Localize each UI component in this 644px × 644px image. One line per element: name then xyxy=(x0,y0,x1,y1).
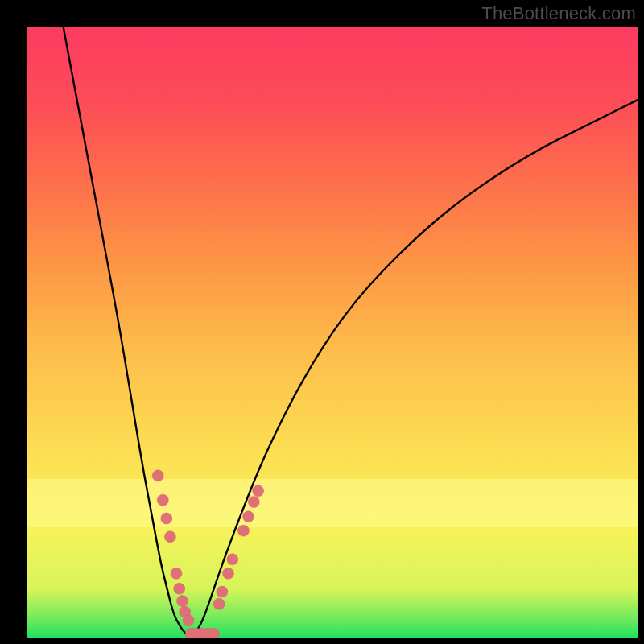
data-marker xyxy=(222,568,233,579)
data-marker xyxy=(237,525,249,536)
data-marker xyxy=(227,554,238,565)
data-marker xyxy=(177,595,188,606)
watermark-text: TheBottleneck.com xyxy=(481,3,636,24)
data-marker xyxy=(243,511,254,522)
curve-layer xyxy=(27,27,638,638)
data-marker xyxy=(183,615,194,626)
markers-right xyxy=(213,485,264,609)
plot-area xyxy=(27,27,638,638)
data-marker xyxy=(253,485,264,497)
data-marker xyxy=(213,598,225,609)
data-marker xyxy=(217,586,228,597)
data-marker xyxy=(157,494,168,506)
data-marker xyxy=(152,470,163,481)
chart-frame: TheBottleneck.com xyxy=(0,0,644,644)
right-branch-curve xyxy=(192,100,638,638)
left-branch-curve xyxy=(64,27,192,638)
flat-segment-marker xyxy=(185,629,219,638)
data-marker xyxy=(174,583,185,594)
data-marker xyxy=(164,531,175,543)
data-marker xyxy=(161,513,172,524)
data-marker xyxy=(248,497,259,508)
data-marker xyxy=(171,568,182,579)
